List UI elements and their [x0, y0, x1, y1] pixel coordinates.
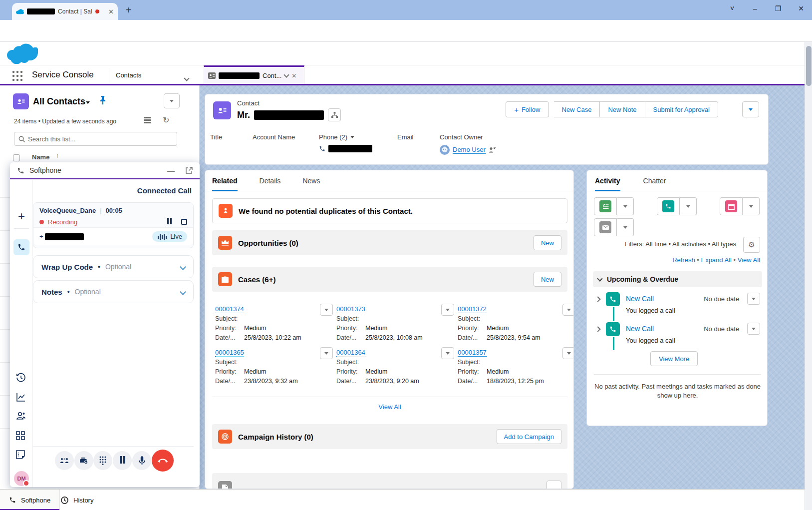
- case-number-link[interactable]: 00001373: [336, 305, 365, 313]
- log-call-button[interactable]: [657, 197, 680, 215]
- tab-close-icon[interactable]: ✕: [108, 8, 114, 15]
- list-search-box[interactable]: Search this list...: [14, 132, 177, 146]
- new-task-dropdown[interactable]: [617, 197, 634, 215]
- email-button[interactable]: [594, 218, 617, 236]
- list-view-controls-dropdown[interactable]: [164, 93, 180, 108]
- new-call-plus-icon[interactable]: +: [10, 209, 33, 223]
- tab-search-chevron-icon[interactable]: ˅: [721, 0, 743, 17]
- cases-new-button[interactable]: New: [534, 272, 561, 287]
- case-row-actions[interactable]: [441, 347, 454, 359]
- window-minimize-icon[interactable]: –: [744, 0, 766, 17]
- utility-tab-history[interactable]: History: [52, 490, 102, 510]
- more-actions-dropdown[interactable]: [742, 101, 759, 117]
- browser-tab[interactable]: Contact | Sal ✕: [12, 3, 118, 20]
- wrap-up-code-section[interactable]: Wrap Up Code • Optional: [33, 255, 194, 278]
- workspace-tab-contact[interactable]: Cont... ✕: [204, 65, 304, 84]
- pin-icon[interactable]: [99, 95, 107, 105]
- activity-item-actions[interactable]: [747, 293, 760, 305]
- new-task-button[interactable]: [594, 197, 617, 215]
- app-launcher-icon[interactable]: [12, 70, 23, 81]
- display-as-icon[interactable]: [144, 117, 152, 124]
- app-name[interactable]: Service Console: [32, 70, 94, 80]
- transfer-device-button[interactable]: [74, 451, 93, 470]
- new-note-button[interactable]: New Note: [600, 101, 645, 117]
- activity-filters[interactable]: Filters: All time • All activities • All…: [624, 240, 736, 248]
- end-call-button[interactable]: [152, 450, 174, 472]
- case-number-link[interactable]: 00001374: [215, 305, 244, 313]
- new-event-button[interactable]: [720, 197, 743, 215]
- email-dropdown[interactable]: [617, 218, 634, 236]
- popout-icon[interactable]: [186, 167, 193, 174]
- analytics-icon[interactable]: [16, 392, 26, 402]
- case-row-actions[interactable]: [441, 304, 454, 316]
- case-row-actions[interactable]: [320, 347, 333, 359]
- activity-item-expand-icon[interactable]: [595, 296, 600, 302]
- list-view-title[interactable]: All Contacts: [33, 96, 85, 107]
- new-event-dropdown[interactable]: [743, 197, 760, 215]
- activity-settings-gear-icon[interactable]: ⚙: [743, 237, 760, 253]
- transfer-call-button[interactable]: [55, 451, 74, 470]
- nav-tab-contacts[interactable]: Contacts: [116, 71, 141, 79]
- nav-tab-dropdown-icon[interactable]: [185, 73, 189, 82]
- refresh-link[interactable]: Refresh: [672, 256, 695, 264]
- active-call-tab-icon[interactable]: [13, 239, 29, 255]
- change-owner-icon[interactable]: [489, 147, 496, 153]
- expand-all-link[interactable]: Expand All: [701, 256, 731, 264]
- case-number-link[interactable]: 00001357: [458, 349, 487, 357]
- activity-item-link[interactable]: New Call: [626, 325, 654, 333]
- cases-section-header[interactable]: Cases (6+) New: [212, 267, 567, 292]
- live-transcription-badge[interactable]: Live: [152, 231, 187, 242]
- scrollbar-thumb[interactable]: [806, 46, 812, 86]
- stop-recording-icon[interactable]: [181, 219, 187, 225]
- workspace-tab-chevron-icon[interactable]: [284, 72, 289, 77]
- page-scrollbar[interactable]: [805, 42, 812, 510]
- name-column-header[interactable]: Name: [32, 153, 49, 161]
- activity-item-actions[interactable]: [747, 323, 760, 335]
- submit-for-approval-button[interactable]: Submit for Approval: [645, 101, 718, 117]
- tab-related[interactable]: Related: [212, 170, 238, 191]
- call-history-icon[interactable]: [16, 373, 26, 383]
- hold-call-button[interactable]: [113, 451, 132, 470]
- case-row-actions[interactable]: [562, 347, 574, 359]
- cases-view-all-link[interactable]: View All: [378, 403, 401, 411]
- case-number-link[interactable]: 00001364: [336, 349, 365, 357]
- apps-grid-icon[interactable]: [16, 431, 25, 440]
- opportunities-new-button[interactable]: New: [534, 235, 561, 250]
- mute-mic-button[interactable]: [132, 451, 151, 470]
- new-case-button[interactable]: New Case: [554, 101, 600, 117]
- owner-link[interactable]: Demo User: [453, 146, 486, 154]
- hierarchy-button[interactable]: [328, 108, 341, 121]
- field-phone-label[interactable]: Phone (2): [319, 133, 397, 141]
- field-phone-value[interactable]: [319, 145, 397, 152]
- utility-tab-softphone[interactable]: Softphone: [0, 490, 60, 510]
- activity-item-expand-icon[interactable]: [595, 326, 600, 332]
- refresh-list-icon[interactable]: ↻: [163, 115, 169, 125]
- log-call-dropdown[interactable]: [680, 197, 697, 215]
- contacts-icon[interactable]: [16, 411, 26, 420]
- tab-chatter[interactable]: Chatter: [643, 170, 666, 191]
- notes-icon[interactable]: [16, 450, 25, 459]
- agent-avatar[interactable]: DM: [14, 471, 29, 486]
- list-view-dropdown-icon[interactable]: [86, 101, 90, 104]
- opportunities-section-header[interactable]: Opportunities (0) New: [212, 230, 567, 255]
- workspace-tab-close-icon[interactable]: ✕: [291, 72, 296, 79]
- case-number-link[interactable]: 00001372: [458, 305, 487, 313]
- view-more-button[interactable]: View More: [650, 351, 698, 366]
- minimize-icon[interactable]: —: [167, 166, 175, 175]
- campaign-history-section-header[interactable]: Campaign History (0) Add to Campaign: [212, 424, 567, 449]
- case-number-link[interactable]: 00001365: [215, 349, 244, 357]
- select-all-checkbox[interactable]: [13, 154, 20, 161]
- view-all-link[interactable]: View All: [738, 256, 760, 264]
- upcoming-overdue-header[interactable]: Upcoming & Overdue: [593, 271, 762, 287]
- case-row-actions[interactable]: [562, 304, 574, 316]
- pause-recording-icon[interactable]: [166, 217, 172, 226]
- window-close-icon[interactable]: ✕: [790, 0, 812, 17]
- dialpad-button[interactable]: [93, 451, 112, 470]
- tab-details[interactable]: Details: [260, 170, 281, 191]
- section-button-partial[interactable]: [546, 481, 561, 489]
- new-tab-button[interactable]: +: [126, 5, 132, 15]
- case-row-actions[interactable]: [320, 304, 333, 316]
- add-to-campaign-button[interactable]: Add to Campaign: [497, 429, 561, 444]
- window-maximize-icon[interactable]: ❐: [767, 0, 789, 17]
- tab-news[interactable]: News: [302, 170, 320, 191]
